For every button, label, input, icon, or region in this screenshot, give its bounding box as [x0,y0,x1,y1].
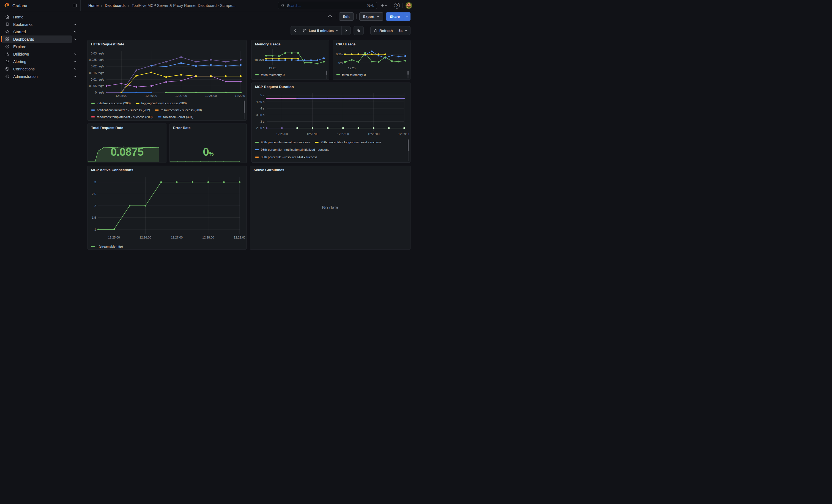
bell-icon [5,59,10,64]
svg-text:2: 2 [94,204,96,207]
dock-sidebar-icon[interactable] [72,2,78,8]
brand-title[interactable]: Grafana [12,3,69,8]
grafana-logo-icon[interactable] [4,2,10,8]
edit-button[interactable]: Edit [339,12,354,21]
svg-text:12:27:00: 12:27:00 [175,94,187,97]
cpu-usage-chart[interactable]: 12:250.2%0% [334,47,409,71]
svg-text:12:26:00: 12:26:00 [139,236,151,239]
plug-icon [5,67,10,71]
sidebar-item-connections[interactable]: Connections [2,65,78,73]
svg-text:12:27:00: 12:27:00 [171,236,183,239]
home-icon [5,15,10,19]
sidebar: HomeBookmarksStarredDashboardsExploreDri… [0,11,81,252]
search-icon [281,4,285,7]
panel-title[interactable]: MCP Request Duration [252,83,410,89]
panel-title[interactable]: CPU Usage [333,40,410,46]
time-shift-back-button[interactable] [291,26,300,35]
legend-item[interactable]: - (streamable-http) [91,245,123,248]
sidebar-item-explore[interactable]: Explore [2,43,78,50]
search-placeholder: Search... [287,4,365,8]
nav-left: Grafana [0,0,81,11]
legend-item[interactable]: fetch-telemetry-0 [336,73,366,77]
chevron-down-icon[interactable] [72,75,78,78]
time-shift-forward-button[interactable] [341,26,350,35]
memory-usage-chart[interactable]: 12:2516 MiB [253,47,327,71]
legend-item[interactable]: resources/templates/list - success (200) [91,115,153,118]
search-input[interactable]: Search... ⌘+k [278,2,377,9]
legend-series-swatch [336,74,340,75]
breadcrumb: Home › Dashboards › ToolHive MCP Server … [81,3,278,8]
sidebar-item-home[interactable]: Home [2,13,78,21]
mcp-request-duration-chart[interactable]: 12:25:0012:26:0012:27:0012:28:0012:29:00… [253,90,409,138]
sidebar-item-dashboards[interactable]: Dashboards [2,35,78,43]
zoom-out-button[interactable] [354,26,363,35]
legend-item[interactable]: 95th percentile - logging/setLevel - suc… [315,140,381,144]
legend-item[interactable]: fetch-telemetry-0 [255,73,285,77]
time-controls: Last 5 minutes Refresh 5s [290,26,411,35]
breadcrumb-dashboards[interactable]: Dashboards [105,3,126,8]
svg-text:5 s: 5 s [260,94,264,97]
chevron-down-icon[interactable] [72,60,78,63]
legend-series-swatch [91,116,95,117]
time-range-picker[interactable]: Last 5 minutes [300,26,341,35]
favorite-star-icon[interactable] [327,14,333,20]
legend-item[interactable]: notifications/initialized - success (202… [91,108,150,112]
legend-item[interactable]: logging/setLevel - success (200) [136,102,187,105]
svg-text:0 req/s: 0 req/s [95,91,104,94]
share-button[interactable]: Share [386,12,404,21]
svg-text:4 s: 4 s [260,107,264,110]
sidebar-item-administration[interactable]: Administration [2,73,78,80]
selection-accent-bar [1,36,2,43]
sidebar-item-drilldown[interactable]: Drilldown [2,50,78,58]
breadcrumb-separator: › [101,4,102,8]
chevron-down-icon[interactable] [72,30,78,33]
sidebar-item-bookmarks[interactable]: Bookmarks [2,21,78,28]
svg-text:12:29:00: 12:29:00 [234,236,244,239]
chevron-down-icon[interactable] [72,52,78,56]
clock-icon [303,29,307,33]
legend-item[interactable]: 95th percentile - initialize - success [255,140,310,144]
chevron-down-icon[interactable] [72,23,78,26]
legend-scrollbar-thumb[interactable] [408,139,409,151]
svg-text:0.015 req/s: 0.015 req/s [89,71,104,75]
legend-item[interactable]: 95th percentile - notifications/initiali… [255,148,329,151]
svg-text:12:25:00: 12:25:00 [108,236,120,239]
help-icon[interactable]: ? [394,3,400,8]
sidebar-item-alerting[interactable]: Alerting [2,58,78,65]
panel-title[interactable]: HTTP Request Rate [88,40,246,46]
divider [356,14,357,19]
sidebar-item-label: Explore [13,45,70,49]
panel-title[interactable]: MCP Active Connections [88,166,246,172]
star-icon [5,29,10,34]
refresh-button[interactable]: Refresh [371,26,395,35]
export-button[interactable]: Export [359,12,383,21]
svg-text:12:25: 12:25 [348,67,356,70]
divider [336,14,336,19]
svg-text:1: 1 [94,228,96,231]
legend-item[interactable]: resources/list - success (200) [155,108,202,112]
legend-item[interactable]: tools/call - error (404) [158,115,193,118]
breadcrumb-home[interactable]: Home [88,3,99,8]
share-dropdown-caret[interactable] [404,12,411,21]
http-request-rate-chart[interactable]: 12:25:0012:26:0012:27:0012:28:0012:29:00… [89,48,244,99]
sidebar-item-starred[interactable]: Starred [2,28,78,35]
compass-icon [5,44,10,49]
mcp-active-connections-chart[interactable]: 12:25:0012:26:0012:27:0012:28:0012:29:00… [89,174,244,242]
legend-scrollbar-thumb[interactable] [326,71,327,75]
legend-scrollbar-thumb[interactable] [408,71,409,75]
legend-item[interactable]: 95th percentile - resources/list - succe… [255,155,317,159]
avatar[interactable] [406,2,412,9]
panel-title[interactable]: Error Rate [170,124,246,130]
refresh-interval-picker[interactable]: 5s [396,26,410,35]
legend-item[interactable]: initialize - success (200) [91,102,131,105]
chevron-down-icon[interactable] [72,37,78,41]
panel-title[interactable]: Memory Usage [252,40,329,46]
add-button[interactable] [380,3,388,8]
divider [391,3,391,8]
panel-title[interactable]: Total Request Rate [88,124,166,130]
chevron-down-icon[interactable] [72,67,78,71]
svg-text:12:25:00: 12:25:00 [276,132,288,136]
sidebar-item-label: Home [13,15,70,19]
legend-series-swatch [91,246,95,247]
legend-scrollbar-thumb[interactable] [244,101,245,113]
